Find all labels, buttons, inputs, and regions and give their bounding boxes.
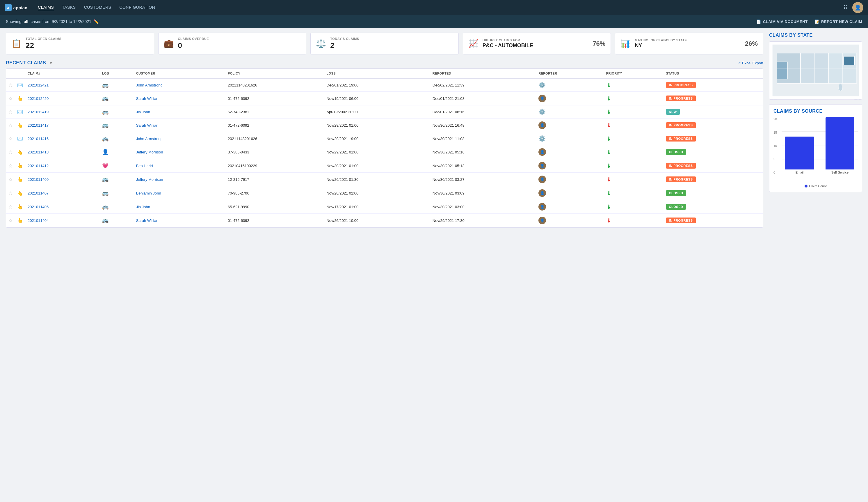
claim-link[interactable]: 2021012419 bbox=[28, 110, 49, 114]
customer-link[interactable]: Benjamin John bbox=[136, 191, 161, 195]
claim-link[interactable]: 2021011407 bbox=[28, 191, 49, 195]
star-icon[interactable]: ☆ bbox=[8, 177, 12, 182]
customer-link[interactable]: Sarah Willian bbox=[136, 97, 158, 101]
lob-cell: 🚌 bbox=[100, 173, 134, 187]
claim-link[interactable]: 2021011409 bbox=[28, 177, 49, 182]
reporter-cell: 👤 bbox=[536, 173, 604, 187]
claim-cell: 2021012421 bbox=[25, 78, 100, 92]
customer-cell: Sarah Willian bbox=[134, 214, 225, 228]
customer-link[interactable]: Jia John bbox=[136, 110, 150, 114]
nav-tasks[interactable]: TASKS bbox=[62, 4, 76, 11]
user-avatar[interactable]: 👤 bbox=[852, 2, 863, 13]
star-icon[interactable]: ☆ bbox=[8, 163, 12, 168]
bar-self-service-fill[interactable] bbox=[826, 117, 854, 170]
reported-cell: Nov/30/2021 05:13 bbox=[430, 159, 536, 173]
claims-by-state-title: CLAIMS BY STATE bbox=[769, 33, 862, 38]
source-cell: 👆 bbox=[15, 145, 25, 159]
claim-link[interactable]: 2021011404 bbox=[28, 218, 49, 223]
col-claim: CLAIM# bbox=[25, 69, 100, 78]
max-state-extra: NY bbox=[635, 42, 741, 49]
star-cell: ☆ bbox=[6, 214, 15, 228]
loss-cell: Nov/17/2021 01:00 bbox=[324, 200, 430, 214]
report-new-claim-button[interactable]: 📝 REPORT NEW CLAIM bbox=[815, 20, 862, 24]
star-icon[interactable]: ☆ bbox=[8, 96, 12, 101]
priority-cell: 🌡 bbox=[604, 78, 664, 92]
table-row: ☆ 👆 2021011406 🚌 Jia John 65-621-9990 No… bbox=[6, 200, 763, 214]
col-loss: LOSS bbox=[324, 69, 430, 78]
grid-icon[interactable]: ⠿ bbox=[843, 4, 848, 11]
customer-link[interactable]: Jeffery Morrison bbox=[136, 177, 163, 182]
star-cell: ☆ bbox=[6, 145, 15, 159]
status-cell: CLOSED bbox=[664, 200, 763, 214]
reporter-cell: 👤 bbox=[536, 187, 604, 200]
star-icon[interactable]: ☆ bbox=[8, 191, 12, 196]
star-icon[interactable]: ☆ bbox=[8, 136, 12, 141]
svg-rect-2 bbox=[777, 62, 788, 79]
reporter-cell: ⚙️ bbox=[536, 78, 604, 92]
customer-cell: Jeffery Morrison bbox=[134, 145, 225, 159]
recent-claims-title: RECENT CLAIMS bbox=[6, 60, 46, 66]
customer-link[interactable]: Jia John bbox=[136, 205, 150, 209]
claim-link[interactable]: 2021011417 bbox=[28, 123, 49, 128]
claims-table: CLAIM# LOB CUSTOMER POLICY LOSS REPORTED… bbox=[6, 69, 763, 228]
stat-card-today: ⚖️ TODAY'S CLAIMS 2 bbox=[310, 33, 459, 54]
col-reporter: REPORTER bbox=[536, 69, 604, 78]
claim-link[interactable]: 2021011412 bbox=[28, 164, 49, 168]
star-icon[interactable]: ☆ bbox=[8, 204, 12, 209]
today-value: 2 bbox=[330, 41, 453, 50]
max-state-info: MAX NO. OF CLAIMS BY STATE NY bbox=[635, 38, 741, 49]
loss-cell: Nov/19/2021 06:00 bbox=[324, 92, 430, 106]
star-icon[interactable]: ☆ bbox=[8, 150, 12, 154]
claim-link[interactable]: 2021012420 bbox=[28, 97, 49, 101]
reporter-cell: ⚙️ bbox=[536, 106, 604, 119]
customer-link[interactable]: Sarah Willian bbox=[136, 123, 158, 128]
claim-link[interactable]: 2021011416 bbox=[28, 137, 49, 141]
status-cell: IN PROGRESS bbox=[664, 119, 763, 132]
claim-link[interactable]: 2021011413 bbox=[28, 150, 49, 154]
table-row: ☆ 👆 2021012420 🚌 Sarah Willian 01-472-60… bbox=[6, 92, 763, 106]
customer-link[interactable]: John Armstrong bbox=[136, 137, 163, 141]
table-row: ☆ 👆 2021011417 🚌 Sarah Willian 01-472-60… bbox=[6, 119, 763, 132]
claims-table-container: CLAIM# LOB CUSTOMER POLICY LOSS REPORTED… bbox=[6, 68, 763, 228]
table-header: CLAIM# LOB CUSTOMER POLICY LOSS REPORTED… bbox=[6, 69, 763, 78]
loss-cell: Nov/26/2021 10:00 bbox=[324, 214, 430, 228]
claim-link[interactable]: 2021012421 bbox=[28, 83, 49, 87]
nav-claims[interactable]: CLAIMS bbox=[38, 4, 54, 11]
nav-configuration[interactable]: CONFIGURATION bbox=[119, 4, 155, 11]
star-icon[interactable]: ☆ bbox=[8, 110, 12, 114]
customer-link[interactable]: Sarah Willian bbox=[136, 218, 158, 223]
edit-icon[interactable]: ✏️ bbox=[94, 19, 99, 24]
policy-cell: 12-215-7917 bbox=[225, 173, 324, 187]
loss-cell: Nov/29/2021 01:00 bbox=[324, 145, 430, 159]
right-panel: CLAIMS BY STATE bbox=[769, 33, 862, 228]
claim-cell: 2021011406 bbox=[25, 200, 100, 214]
claim-via-doc-button[interactable]: 📄 CLAIM VIA DOCUMENT bbox=[756, 20, 807, 24]
customer-cell: Jeffery Morrison bbox=[134, 173, 225, 187]
app-logo[interactable]: a appian bbox=[5, 4, 27, 11]
nav-customers[interactable]: CUSTOMERS bbox=[84, 4, 111, 11]
customer-link[interactable]: Ben Herid bbox=[136, 164, 153, 168]
excel-export-button[interactable]: ↗ Excel Export bbox=[738, 61, 763, 65]
star-icon[interactable]: ☆ bbox=[8, 83, 12, 88]
reported-cell: Dec/01/2021 08:16 bbox=[430, 106, 536, 119]
stat-card-overdue: 💼 CLAIMS OVERDUE 0 bbox=[158, 33, 307, 54]
lob-cell: 👤 bbox=[100, 145, 134, 159]
customer-link[interactable]: Jeffery Morrison bbox=[136, 150, 163, 154]
status-cell: IN PROGRESS bbox=[664, 173, 763, 187]
bar-email-fill[interactable] bbox=[785, 137, 814, 170]
claim-link[interactable]: 2021011406 bbox=[28, 205, 49, 209]
table-row: ☆ ✉️ 2021011416 🚌 John Armstrong 2021114… bbox=[6, 132, 763, 145]
claim-cell: 2021012419 bbox=[25, 106, 100, 119]
highest-icon: 📈 bbox=[468, 39, 478, 48]
today-icon: ⚖️ bbox=[316, 39, 326, 48]
source-cell: 👆 bbox=[15, 159, 25, 173]
star-icon[interactable]: ☆ bbox=[8, 218, 12, 223]
customer-link[interactable]: John Armstrong bbox=[136, 83, 163, 87]
reporter-cell: 👤 bbox=[536, 92, 604, 106]
claims-by-source-section: CLAIMS BY SOURCE 0 5 10 15 20 bbox=[769, 104, 862, 192]
overdue-value: 0 bbox=[178, 41, 301, 50]
star-icon[interactable]: ☆ bbox=[8, 123, 12, 128]
map-scale: 1 7 bbox=[772, 98, 859, 100]
lob-cell: 🚌 bbox=[100, 187, 134, 200]
filter-icon[interactable]: ▼ bbox=[49, 61, 53, 65]
